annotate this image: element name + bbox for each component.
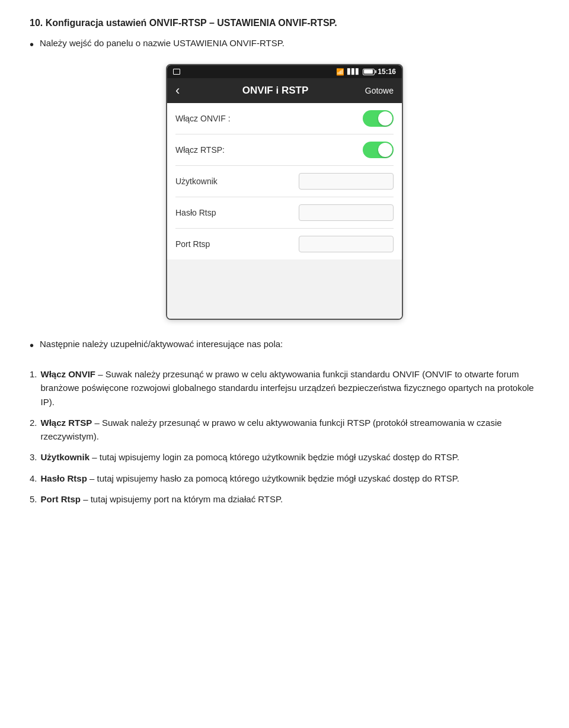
sep-4: – xyxy=(89,473,97,483)
body-2: Suwak należy przesunąć w prawo w celu ak… xyxy=(41,418,502,441)
user-input[interactable] xyxy=(299,173,394,190)
onvif-label: Włącz ONVIF : xyxy=(175,114,231,123)
rtsp-toggle[interactable] xyxy=(363,142,394,158)
setting-row-user: Użytkownik xyxy=(175,166,394,197)
status-right-icons: 📶 ▋▋▋ 15:16 xyxy=(336,68,396,76)
settings-panel: Włącz ONVIF : Włącz RTSP: Użytkownik xyxy=(167,103,402,319)
body-5: tutaj wpisujemy port na którym ma działa… xyxy=(91,494,283,504)
num-3: 3. xyxy=(30,450,37,464)
instruction-4: 4. Hasło Rtsp – tutaj wpisujemy hasło za… xyxy=(30,472,539,485)
intro-bullet: • Należy wejść do panelu o nazwie USTAWI… xyxy=(30,37,539,52)
term-4: Hasło Rtsp xyxy=(41,473,87,483)
instruction-4-text: Hasło Rtsp – tutaj wpisujemy hasło za po… xyxy=(41,472,459,485)
section-title: 10. Konfiguracja ustawień ONVIF-RTSP – U… xyxy=(30,18,539,28)
phone-container: 📶 ▋▋▋ 15:16 ‹ ONVIF i RSTP Gotowe Włącz … xyxy=(30,64,539,320)
rtsp-label: Włącz RTSP: xyxy=(175,145,225,155)
term-1: Włącz ONVIF xyxy=(41,369,96,379)
status-left-icons xyxy=(173,69,180,75)
sep-1: – xyxy=(98,369,106,379)
user-label: Użytkownik xyxy=(175,177,218,186)
setting-row-rtsp: Włącz RTSP: xyxy=(175,134,394,166)
setting-row-onvif: Włącz ONVIF : xyxy=(175,103,394,134)
phone-mockup: 📶 ▋▋▋ 15:16 ‹ ONVIF i RSTP Gotowe Włącz … xyxy=(166,64,403,320)
fill-instruction-bullet: • Następnie należy uzupełnić/aktywować i… xyxy=(30,338,539,353)
fill-instruction-text: Następnie należy uzupełnić/aktywować int… xyxy=(40,338,283,351)
sep-5: – xyxy=(83,494,91,504)
instruction-3-text: Użytkownik – tutaj wpisujemy login za po… xyxy=(41,450,459,464)
term-2: Włącz RTSP xyxy=(41,418,92,428)
time-display: 15:16 xyxy=(378,68,396,76)
setting-row-port: Port Rtsp xyxy=(175,229,394,259)
setting-row-password: Hasło Rtsp xyxy=(175,197,394,229)
settings-group: Włącz ONVIF : Włącz RTSP: Użytkownik xyxy=(167,103,402,259)
num-1: 1. xyxy=(30,367,37,409)
wifi-icon: 📶 xyxy=(336,68,344,76)
body-3: tutaj wpisujemy login za pomocą którego … xyxy=(100,452,459,462)
instruction-2-text: Włącz RTSP – Suwak należy przesunąć w pr… xyxy=(41,416,539,444)
port-input[interactable] xyxy=(299,236,394,252)
bullet-dot: • xyxy=(30,37,34,52)
intro-text: Należy wejść do panelu o nazwie USTAWIEN… xyxy=(40,37,284,50)
done-button[interactable]: Gotowe xyxy=(365,86,394,95)
instruction-5-text: Port Rtsp – tutaj wpisujemy port na któr… xyxy=(41,492,283,506)
instruction-5: 5. Port Rtsp – tutaj wpisujemy port na k… xyxy=(30,492,539,506)
port-label: Port Rtsp xyxy=(175,239,210,249)
nav-title: ONVIF i RSTP xyxy=(186,85,365,97)
num-2: 2. xyxy=(30,416,37,444)
bottom-space xyxy=(167,259,402,319)
term-5: Port Rtsp xyxy=(41,494,81,504)
sep-2: – xyxy=(94,418,102,428)
instruction-1: 1. Włącz ONVIF – Suwak należy przesunąć … xyxy=(30,367,539,409)
num-5: 5. xyxy=(30,492,37,506)
sep-3: – xyxy=(92,452,100,462)
rtsp-toggle-knob xyxy=(378,143,392,157)
password-input[interactable] xyxy=(299,204,394,221)
battery-icon xyxy=(363,69,375,75)
back-button[interactable]: ‹ xyxy=(175,84,180,97)
numbered-instructions: 1. Włącz ONVIF – Suwak należy przesunąć … xyxy=(30,367,539,506)
instruction-3: 3. Użytkownik – tutaj wpisujemy login za… xyxy=(30,450,539,464)
instruction-1-text: Włącz ONVIF – Suwak należy przesunąć w p… xyxy=(41,367,539,409)
term-3: Użytkownik xyxy=(41,452,90,462)
fill-bullet-dot: • xyxy=(30,338,34,353)
onvif-toggle-knob xyxy=(378,111,392,126)
password-label: Hasło Rtsp xyxy=(175,208,216,217)
status-bar: 📶 ▋▋▋ 15:16 xyxy=(167,65,402,78)
body-4: tutaj wpisujemy hasło za pomocą którego … xyxy=(97,473,459,483)
body-1: Suwak należy przesunąć w prawo w celu ak… xyxy=(41,369,534,407)
instruction-2: 2. Włącz RTSP – Suwak należy przesunąć w… xyxy=(30,416,539,444)
onvif-toggle[interactable] xyxy=(363,110,394,127)
signal-icon: ▋▋▋ xyxy=(347,69,360,75)
notification-icon xyxy=(173,69,180,75)
num-4: 4. xyxy=(30,472,37,485)
nav-bar: ‹ ONVIF i RSTP Gotowe xyxy=(167,78,402,103)
